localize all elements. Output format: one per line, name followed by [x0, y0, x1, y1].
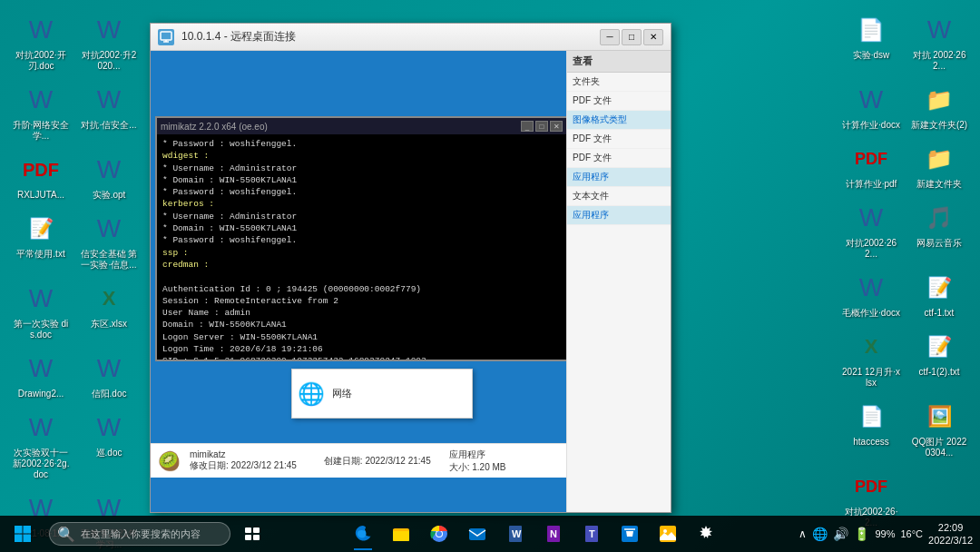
svg-rect-7	[245, 527, 251, 533]
icon-r-xlsx[interactable]: X 2021 12月升·xlsx	[839, 326, 903, 391]
icon-r-folder2[interactable]: 📁 新建文件夹(2)	[907, 79, 971, 133]
mimi-line: wdigest :	[162, 150, 561, 162]
icon-word1[interactable]: W 对抗2002·开刃.doc	[9, 9, 73, 74]
icon-rxljuta[interactable]: PDF RXLJUTA...	[9, 149, 73, 203]
taskbar-mail[interactable]	[459, 516, 495, 552]
panel-item-text[interactable]: 文本文件	[567, 187, 671, 206]
close-button[interactable]: ✕	[643, 29, 663, 45]
panel-item-app[interactable]: 应用程序	[567, 168, 671, 187]
icon-excel[interactable]: X 东区.xlsx	[77, 278, 141, 343]
icon-r-qqpic[interactable]: 🖼️ QQ图片 20220304...	[907, 396, 971, 461]
icon-r-ctf1[interactable]: 📝 ctf-1.txt	[907, 267, 971, 321]
icon-r-jisuan[interactable]: W 计算作业·docx	[839, 79, 903, 133]
icon-r-dsw[interactable]: 📄 实验·dsw	[839, 9, 903, 74]
taskbar-edge[interactable]	[345, 516, 381, 552]
chevron-up-icon[interactable]: ∧	[799, 527, 807, 540]
icon-xindoc[interactable]: W 信阳.doc	[77, 348, 141, 402]
taskbar-word[interactable]: W	[497, 516, 534, 552]
icon-r-ctf12[interactable]: 📝 ctf-1(2).txt	[907, 326, 971, 391]
rdp-titlebar[interactable]: 10.0.1.4 - 远程桌面连接 ─ □ ✕	[151, 24, 671, 51]
taskbar-onenote[interactable]: N	[535, 516, 572, 552]
icon-label: 平常使用.txt	[16, 249, 64, 260]
icon-opt[interactable]: W 实验.opt	[77, 149, 141, 203]
text-icon: 📝	[921, 270, 957, 306]
start-button[interactable]	[0, 516, 45, 552]
time-display: 22:09	[928, 521, 973, 534]
desktop: W 对抗2002·开刃.doc W 对抗2002·升2020... W 升阶·网…	[0, 0, 980, 552]
icon-label: 对抗2002·升2020...	[80, 50, 138, 72]
system-tray[interactable]: ∧ 🌐 🔊 🔋 99% 16°C 22:09 2022/3/12	[799, 521, 973, 547]
minimize-button[interactable]: ─	[600, 29, 620, 45]
file-info-bar: 🥝 mimikatz 修改日期: 2022/3/12 21:45 创建日期: 2…	[151, 443, 566, 478]
icon-r-pdf[interactable]: PDF 计算作业·pdf	[839, 138, 903, 192]
icon-xun[interactable]: W 巡.doc	[77, 407, 141, 483]
file-size: 大小: 1.20 MB	[449, 461, 506, 474]
network-popup[interactable]: 🌐 网络	[291, 369, 473, 419]
svg-rect-3	[15, 526, 23, 534]
mimikatz-window[interactable]: mimikatz 2.2.0 x64 (oe.eo) _ □ ✕ * Passw…	[155, 116, 566, 361]
panel-item-app2[interactable]: 应用程序	[567, 206, 671, 225]
word-icon: W	[91, 82, 127, 118]
mimikatz-controls[interactable]: _ □ ✕	[521, 121, 563, 132]
word-icon: W	[23, 82, 59, 118]
icon-r-duikang[interactable]: W 对抗 2002·262...	[907, 9, 971, 74]
folder-icon: 📁	[921, 141, 957, 177]
battery-icon[interactable]: 🔋	[854, 527, 869, 541]
svg-text:W: W	[512, 528, 522, 539]
search-bar[interactable]: 🔍 在这里输入你要搜索的内容	[49, 522, 230, 546]
panel-item-pdf1[interactable]: PDF 文件	[567, 92, 671, 111]
rdp-controls[interactable]: ─ □ ✕	[600, 29, 663, 45]
panel-item-pdf2[interactable]: PDF 文件	[567, 130, 671, 149]
mimi-minimize[interactable]: _	[521, 121, 534, 132]
taskbar-store[interactable]	[612, 516, 648, 552]
svg-rect-6	[24, 535, 32, 543]
taskbar-teams[interactable]: T	[573, 516, 610, 552]
icon-r-music[interactable]: 🎵 网易云音乐	[907, 197, 971, 262]
icon-security[interactable]: W 信安全基础 第一实验·信息...	[77, 208, 141, 273]
maximize-button[interactable]: □	[622, 29, 642, 45]
icon-2002doc[interactable]: W 次实验双十一新2002·26·2g.doc	[9, 407, 73, 483]
icon-dis[interactable]: W 第一次实验 dis.doc	[9, 278, 73, 343]
mimi-line: ssp :	[162, 247, 561, 259]
icon-word4[interactable]: W 对抗·信安全...	[77, 79, 141, 144]
taskbar-settings[interactable]	[688, 516, 724, 552]
svg-rect-0	[161, 32, 172, 40]
icon-word2[interactable]: W 对抗2002·升2020...	[77, 9, 141, 74]
desktop-icons-left: W 对抗2002·开刃.doc W 对抗2002·升2020... W 升阶·网…	[9, 9, 141, 552]
svg-rect-4	[24, 526, 32, 534]
volume-icon[interactable]: 🔊	[833, 527, 848, 541]
taskbar-right: ∧ 🌐 🔊 🔋 99% 16°C 22:09 2022/3/12	[799, 521, 980, 547]
panel-item-wenjianjia[interactable]: 文件夹	[567, 73, 671, 92]
panel-item-pdf3[interactable]: PDF 文件	[567, 149, 671, 168]
mimi-close[interactable]: ✕	[550, 121, 563, 132]
taskbar-file-explorer[interactable]	[383, 516, 419, 552]
desktop-icons-right: 📄 实验·dsw W 对抗 2002·262... W 计算作业·docx 📁 …	[839, 9, 971, 531]
clock[interactable]: 22:09 2022/3/12	[928, 521, 973, 547]
mimikatz-file-icon: 🥝	[158, 450, 181, 472]
svg-text:N: N	[550, 528, 557, 539]
panel-item-image[interactable]: 图像格式类型	[567, 111, 671, 130]
svg-rect-9	[245, 535, 251, 540]
icon-r-htaccess[interactable]: 📄 htaccess	[839, 396, 903, 461]
icon-r-duikang2[interactable]: W 对抗2002·262...	[839, 197, 903, 262]
icon-r-folder1[interactable]: 📁 新建文件夹	[907, 138, 971, 192]
icon-label: 计算作业·docx	[842, 120, 900, 131]
mimikatz-titlebar[interactable]: mimikatz 2.2.0 x64 (oe.eo) _ □ ✕	[157, 118, 566, 134]
icon-drawing[interactable]: W Drawing2...	[9, 348, 73, 402]
icon-label: 信安全基础 第一实验·信息...	[80, 249, 138, 271]
taskbar-chrome[interactable]	[421, 516, 457, 552]
rdp-right-panel: 查看 文件夹 PDF 文件 图像格式类型 PDF 文件 PDF 文件 应用程序 …	[566, 51, 671, 512]
network-tray-icon[interactable]: 🌐	[812, 527, 828, 541]
task-view-button[interactable]	[234, 516, 270, 552]
icon-txt[interactable]: 📝 平常使用.txt	[9, 208, 73, 273]
mimi-line: * Password : woshifenggel.	[162, 234, 561, 246]
taskbar-photos[interactable]	[650, 516, 686, 552]
word-icon: W	[91, 350, 127, 387]
icon-r-mao[interactable]: W 毛概作业·docx	[839, 267, 903, 321]
icon-word3[interactable]: W 升阶·网络安全学...	[9, 79, 73, 144]
icon-label: 对抗·信安全...	[81, 120, 136, 131]
mimi-maximize[interactable]: □	[535, 121, 548, 132]
icon-label: 毛概作业·docx	[842, 308, 900, 319]
icon-label: 计算作业·pdf	[846, 179, 897, 190]
word-icon: W	[853, 270, 889, 306]
